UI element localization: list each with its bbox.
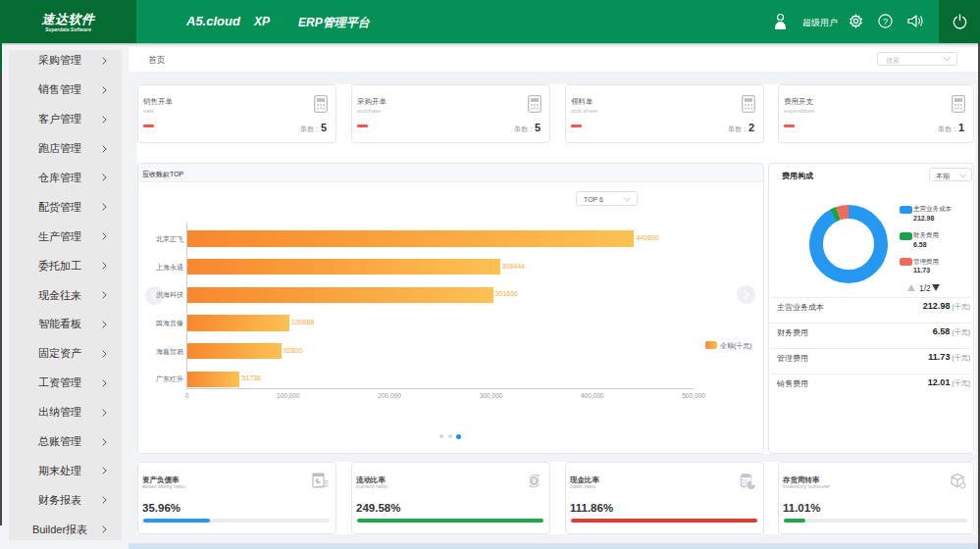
svg-text:?: ? [883, 17, 888, 26]
